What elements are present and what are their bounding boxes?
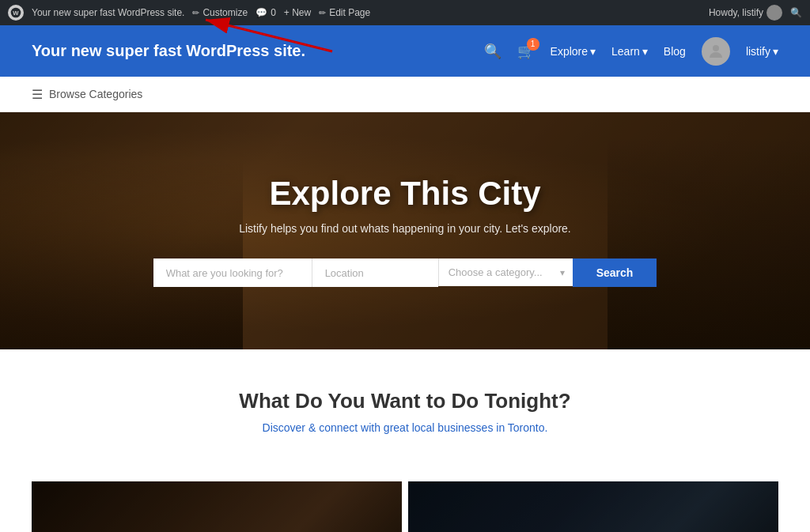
user-chevron-icon: ▾ bbox=[773, 45, 778, 58]
hero-title: Explore This City bbox=[153, 175, 657, 213]
cart-badge: 1 bbox=[527, 38, 539, 51]
hero-subtitle: Listify helps you find out whats happeni… bbox=[153, 222, 657, 235]
cart-icon-wrap[interactable]: 🛒 1 bbox=[517, 43, 535, 60]
admin-avatar bbox=[766, 5, 782, 21]
learn-nav-item[interactable]: Learn ▾ bbox=[611, 45, 648, 58]
new-item[interactable]: + New bbox=[284, 7, 311, 18]
explore-chevron-icon: ▾ bbox=[590, 45, 596, 58]
search-what-input[interactable] bbox=[153, 258, 312, 287]
restaurants-card-overlay bbox=[408, 481, 778, 532]
admin-bar: W Your new super fast WordPress site. ✏ … bbox=[0, 0, 810, 25]
speech-bubble-icon: 💬 bbox=[255, 7, 267, 18]
main-nav: 🔍 🛒 1 Explore ▾ Learn ▾ Blog bbox=[484, 37, 778, 66]
wp-logo-icon: W bbox=[8, 5, 24, 21]
header-search-icon[interactable]: 🔍 bbox=[484, 43, 502, 60]
browse-categories-label: Browse Categories bbox=[49, 88, 142, 100]
hero-content: Explore This City Listify helps you find… bbox=[138, 159, 673, 303]
header-site-title[interactable]: Your new super fast WordPress site. bbox=[32, 42, 305, 60]
browse-bar: ☰ Browse Categories bbox=[0, 77, 810, 112]
customize-item[interactable]: ✏ Customize bbox=[192, 7, 248, 18]
main-header: Your new super fast WordPress site. 🔍 🛒 … bbox=[0, 25, 810, 77]
hero-search-bar: Choose a category... Search bbox=[153, 258, 657, 287]
comments-item[interactable]: 💬 0 bbox=[255, 7, 276, 18]
category-cards-section: Hotels Restaurants bbox=[0, 481, 810, 532]
hotels-card-overlay bbox=[32, 481, 402, 532]
howdy-label: Howdy, listify bbox=[709, 7, 763, 18]
user-name-label[interactable]: listify ▾ bbox=[746, 45, 778, 58]
edit-page-label: Edit Page bbox=[329, 7, 370, 18]
learn-chevron-icon: ▾ bbox=[642, 45, 648, 58]
admin-search-item[interactable]: 🔍 bbox=[790, 7, 802, 18]
edit-page-item[interactable]: ✏ Edit Page bbox=[319, 7, 370, 18]
svg-text:W: W bbox=[13, 9, 19, 17]
search-location-input[interactable] bbox=[312, 258, 438, 287]
new-label: + New bbox=[284, 7, 311, 18]
search-button[interactable]: Search bbox=[573, 258, 657, 287]
hero-section: Explore This City Listify helps you find… bbox=[0, 112, 810, 349]
hamburger-icon: ☰ bbox=[32, 87, 43, 102]
site-name-item[interactable]: Your new super fast WordPress site. bbox=[32, 7, 184, 18]
comments-count: 0 bbox=[271, 7, 276, 18]
what-do-title: What Do You Want to Do Tonight? bbox=[32, 389, 778, 413]
what-do-section: What Do You Want to Do Tonight? Discover… bbox=[0, 349, 810, 481]
user-avatar[interactable] bbox=[702, 37, 730, 66]
admin-search-icon: 🔍 bbox=[790, 7, 802, 18]
site-name-label: Your new super fast WordPress site. bbox=[32, 7, 184, 18]
svg-point-2 bbox=[713, 45, 719, 51]
edit-pencil-icon: ✏ bbox=[319, 8, 326, 18]
pencil-icon: ✏ bbox=[192, 8, 199, 18]
restaurants-card[interactable]: Restaurants bbox=[408, 481, 778, 532]
hotels-card[interactable]: Hotels bbox=[32, 481, 402, 532]
customize-label: Customize bbox=[202, 7, 248, 18]
category-select[interactable]: Choose a category... bbox=[438, 258, 573, 286]
category-select-wrap: Choose a category... bbox=[438, 258, 573, 287]
explore-nav-item[interactable]: Explore ▾ bbox=[551, 45, 596, 58]
browse-categories-toggle[interactable]: ☰ Browse Categories bbox=[32, 87, 142, 102]
blog-nav-item[interactable]: Blog bbox=[664, 45, 686, 58]
what-do-subtitle: Discover & connect with great local busi… bbox=[32, 421, 778, 434]
wp-logo-item[interactable]: W bbox=[8, 5, 24, 21]
howdy-item[interactable]: Howdy, listify bbox=[709, 5, 782, 21]
